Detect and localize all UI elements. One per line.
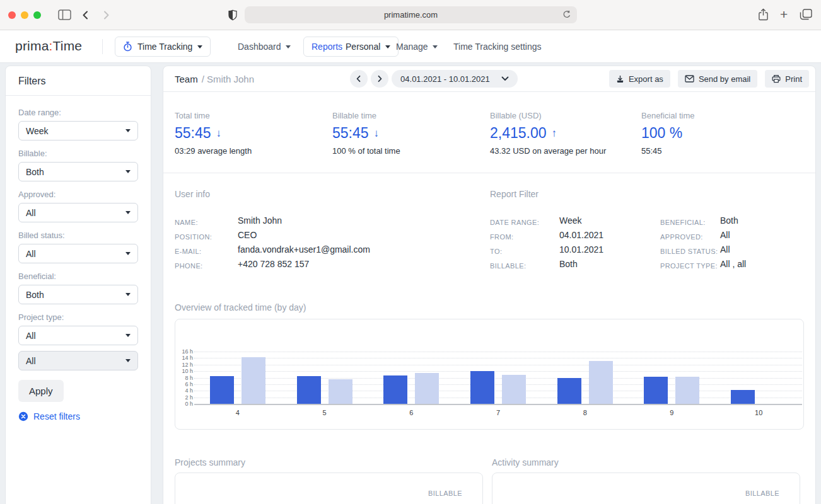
back-button[interactable] [80, 9, 91, 21]
nav-reports-selected[interactable]: Reports Personal [303, 37, 399, 57]
chart-gridline [194, 371, 802, 372]
chart-y-tick: 14 h [177, 355, 193, 361]
chevron-down-icon [125, 359, 131, 362]
stat-billable-usd: Billable (USD) 2,415.00↑ 43.32 USD on av… [490, 111, 641, 156]
chevron-down-icon [125, 211, 131, 214]
stopwatch-icon [123, 42, 132, 52]
chart-y-tick: 16 h [177, 348, 193, 355]
filter-label-beneficial: Beneficial: [18, 272, 138, 281]
beneficial-select[interactable]: Both [18, 285, 138, 304]
window-zoom-button[interactable] [33, 11, 41, 19]
approved-select[interactable]: All [18, 203, 138, 222]
privacy-shield-icon[interactable] [228, 9, 237, 21]
filter-label-billed-status: Billed status: [18, 231, 138, 240]
summaries-section: Projects summary BILLABLE PROJECT TIME H… [163, 457, 815, 504]
chevron-down-icon [125, 170, 131, 173]
trend-up-icon: ↑ [552, 127, 557, 140]
date-range-picker[interactable]: 04.01.2021 - 10.01.2021 [392, 70, 518, 88]
new-tab-icon[interactable]: + [780, 7, 788, 22]
projects-summary: Projects summary BILLABLE PROJECT TIME H… [175, 457, 483, 504]
window-minimize-button[interactable] [21, 11, 28, 19]
address-bar[interactable]: primatime.com [245, 6, 577, 23]
projects-summary-table: BILLABLE PROJECT TIME HOURS USD [175, 472, 483, 504]
nav-dashboard[interactable]: Dashboard [238, 42, 291, 52]
reload-icon[interactable] [562, 10, 571, 19]
chart-y-tick: 2 h [177, 394, 193, 401]
forward-button[interactable] [100, 9, 112, 21]
user-position-value: CEO [238, 229, 257, 243]
send-by-email-button[interactable]: Send by email [678, 70, 757, 88]
stat-total-time: Total time 55:45↓ 03:29 average length [175, 111, 332, 156]
chart-x-tick: 6 [399, 409, 424, 416]
nav-time-tracking-settings[interactable]: Time Tracking settings [453, 42, 542, 52]
chart-bar-dark [470, 371, 494, 404]
chevron-down-icon [197, 45, 202, 49]
chart-bar-light [242, 357, 265, 404]
report-filter-panel: Report Filter DATE RANGE:Week BENEFICIAL… [490, 189, 804, 272]
report-filter-title: Report Filter [490, 189, 804, 199]
window-close-button[interactable] [8, 11, 16, 19]
filter-label-project-type: Project type: [18, 312, 138, 322]
previous-period-button[interactable] [350, 70, 368, 88]
nav-manage[interactable]: Manage [396, 42, 438, 52]
browser-chrome: primatime.com + [0, 0, 821, 30]
tracked-time-chart: 0 h2 h4 h6 h8 h10 h12 h14 h16 h45678910 [175, 319, 804, 430]
chart-bar-dark [297, 376, 321, 404]
chart-x-tick: 10 [746, 409, 771, 416]
user-info-title: User info [175, 189, 490, 199]
chevron-down-icon [125, 252, 131, 255]
billable-select[interactable]: Both [18, 162, 138, 181]
billable-group-header: BILLABLE [504, 490, 781, 497]
app-header: prima:Time Time Tracking Dashboard Repor… [0, 30, 821, 63]
chart-gridline [194, 391, 802, 391]
filters-title: Filters [6, 66, 151, 96]
share-icon[interactable] [758, 8, 769, 21]
chart-bar-dark [383, 375, 407, 404]
user-phone-value: +420 728 852 157 [238, 258, 309, 272]
chart-y-tick: 4 h [177, 387, 193, 394]
chart-bar-light [415, 373, 439, 404]
chart-bar-dark [210, 376, 234, 404]
chart-gridline [194, 352, 802, 352]
chart-gridline [194, 358, 802, 358]
report-panel: Team / Smith John 04.01.2021 - 10.01.202… [163, 66, 816, 504]
tab-overview-icon[interactable] [800, 9, 812, 20]
filter-label-date-range: Date range: [18, 108, 138, 117]
chart-baseline [194, 404, 802, 405]
sidebar-toggle-icon[interactable] [58, 9, 71, 20]
info-section: User info NAME:Smith John POSITION:CEO E… [163, 173, 815, 272]
stat-beneficial-time: Beneficial time 100 % 55:45 [641, 111, 804, 156]
project-type-select[interactable]: All [18, 326, 138, 345]
header-divider [102, 39, 103, 54]
chevron-down-icon [385, 45, 390, 49]
nav-reports-label: Reports [312, 42, 342, 52]
reset-circle-x-icon [18, 411, 28, 421]
chart-bar-dark [731, 390, 755, 404]
chart-bar-dark [644, 377, 668, 404]
billed-status-select[interactable]: All [18, 244, 138, 263]
apply-button[interactable]: Apply [18, 380, 64, 402]
project-subtype-select[interactable]: All [18, 351, 138, 370]
reset-filters-link[interactable]: Reset filters [18, 411, 138, 421]
chart-x-tick: 7 [486, 409, 511, 416]
chart-title: Overview of tracked time (by day) [175, 302, 804, 312]
date-range-select[interactable]: Week [18, 121, 138, 140]
billable-group-header: BILLABLE [187, 490, 463, 497]
chart-bar-dark [557, 378, 581, 404]
projects-summary-title: Projects summary [175, 457, 483, 467]
address-bar-url: primatime.com [384, 10, 438, 20]
filter-label-approved: Approved: [18, 190, 138, 199]
chart-x-tick: 8 [573, 409, 598, 416]
module-switcher-button[interactable]: Time Tracking [115, 37, 211, 57]
next-period-button[interactable] [371, 70, 388, 88]
chart-bar-light [675, 377, 699, 404]
chevron-down-icon [501, 76, 509, 81]
filters-sidebar: Filters Date range: Week Billable: Both … [5, 66, 151, 504]
primatime-logo[interactable]: prima:Time [15, 38, 82, 54]
trend-down-icon: ↓ [374, 127, 380, 140]
filter-label-billable: Billable: [18, 149, 138, 158]
export-as-button[interactable]: Export as [609, 70, 670, 88]
breadcrumb-root[interactable]: Team [175, 74, 198, 84]
print-button[interactable]: Print [765, 70, 809, 88]
chevron-down-icon [125, 129, 131, 132]
